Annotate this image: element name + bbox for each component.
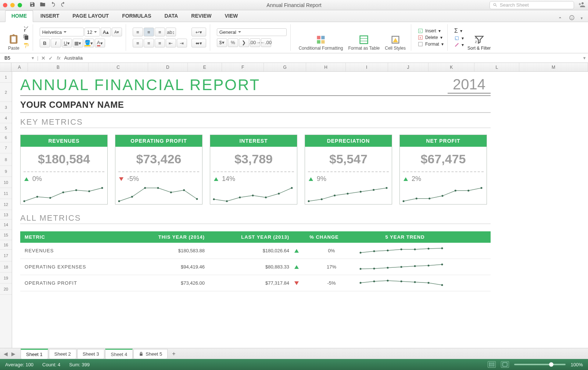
- percent-icon[interactable]: %: [228, 38, 238, 47]
- currency-icon[interactable]: $▾: [217, 38, 227, 47]
- row-header[interactable]: 5: [0, 123, 12, 133]
- row-header[interactable]: 10: [0, 177, 12, 188]
- align-left-icon[interactable]: ≡: [133, 39, 143, 47]
- decrease-decimal-icon[interactable]: ←.00: [261, 38, 271, 47]
- row-header[interactable]: 6: [0, 133, 12, 142]
- tab-view[interactable]: VIEW: [219, 11, 244, 22]
- row-header[interactable]: 17: [0, 250, 12, 262]
- row-header[interactable]: 15: [0, 230, 12, 240]
- row-header[interactable]: 20: [0, 284, 12, 295]
- column-header[interactable]: A: [11, 63, 28, 71]
- fill-color-button[interactable]: 🪣▾: [84, 39, 94, 47]
- column-header[interactable]: H: [306, 63, 346, 71]
- number-format-dropdown[interactable]: General: [217, 28, 287, 36]
- row-header[interactable]: 8: [0, 153, 12, 166]
- sheet-tab[interactable]: Sheet 3: [77, 349, 105, 359]
- share-icon[interactable]: [578, 1, 585, 9]
- sort-filter-button[interactable]: AZ Sort & Filter: [466, 24, 492, 51]
- select-all-corner[interactable]: [0, 63, 11, 71]
- decrease-font-icon[interactable]: A▾: [112, 28, 122, 36]
- column-header[interactable]: L: [474, 63, 519, 71]
- align-center-icon[interactable]: ≡: [144, 39, 154, 47]
- prev-sheet-button[interactable]: ◀: [2, 350, 9, 357]
- cell-styles-button[interactable]: Cell Styles: [383, 24, 407, 51]
- row-header[interactable]: 1: [0, 72, 12, 83]
- window-fullscreen-button[interactable]: [18, 3, 22, 7]
- row-header[interactable]: 11: [0, 188, 12, 199]
- italic-button[interactable]: I: [51, 39, 61, 47]
- increase-font-icon[interactable]: A▴: [101, 28, 111, 36]
- border-button[interactable]: ▦▾: [73, 39, 83, 47]
- format-cells-button[interactable]: Format ▾: [418, 42, 444, 47]
- align-top-icon[interactable]: ≡: [133, 28, 143, 36]
- row-header[interactable]: 3: [0, 102, 12, 113]
- merge-cells-icon[interactable]: ⬌▾: [191, 39, 206, 47]
- tab-data[interactable]: DATA: [158, 11, 184, 22]
- clear-button[interactable]: ▾: [454, 42, 464, 47]
- increase-indent-icon[interactable]: ⇥: [177, 39, 187, 47]
- sheet-tab[interactable]: Sheet 1: [21, 349, 48, 359]
- underline-button[interactable]: U▾: [62, 39, 72, 47]
- format-painter-icon[interactable]: [23, 43, 29, 50]
- orientation-icon[interactable]: ab↕: [166, 28, 176, 36]
- font-color-button[interactable]: A▾: [95, 39, 105, 47]
- open-icon[interactable]: [40, 1, 46, 8]
- conditional-formatting-button[interactable]: Conditional Formatting: [297, 24, 345, 51]
- save-icon[interactable]: [29, 1, 35, 8]
- row-header[interactable]: 12: [0, 199, 12, 210]
- undo-icon[interactable]: [50, 1, 56, 8]
- paste-button[interactable]: Paste: [7, 24, 21, 51]
- font-family-dropdown[interactable]: Helvetica: [40, 28, 84, 36]
- row-header[interactable]: 4: [0, 113, 12, 123]
- copy-icon[interactable]: [23, 34, 29, 41]
- sheet-tab[interactable]: Sheet 2: [49, 349, 76, 359]
- insert-cells-button[interactable]: +Insert ▾: [418, 28, 444, 33]
- search-sheet-input[interactable]: Search Sheet: [490, 1, 574, 9]
- align-right-icon[interactable]: ≡: [155, 39, 165, 47]
- enter-formula-icon[interactable]: ✓: [49, 55, 53, 61]
- align-middle-icon[interactable]: ≡: [144, 28, 154, 36]
- window-close-button[interactable]: [3, 3, 7, 7]
- expand-formula-icon[interactable]: ▾: [583, 55, 586, 61]
- column-header[interactable]: J: [388, 63, 429, 71]
- decrease-indent-icon[interactable]: ⇤: [166, 39, 176, 47]
- redo-icon[interactable]: [60, 1, 66, 8]
- column-header[interactable]: I: [346, 63, 388, 71]
- bold-button[interactable]: B: [40, 39, 50, 47]
- formula-input[interactable]: [64, 55, 581, 61]
- row-header[interactable]: 18: [0, 262, 12, 273]
- fx-icon[interactable]: fx: [57, 55, 60, 61]
- zoom-slider[interactable]: [514, 364, 566, 365]
- tab-formulas[interactable]: FORMULAS: [116, 11, 157, 22]
- normal-view-button[interactable]: [488, 361, 496, 368]
- row-header[interactable]: 2: [0, 83, 12, 102]
- cut-icon[interactable]: [23, 26, 29, 33]
- wrap-text-icon[interactable]: ↩▾: [191, 28, 206, 36]
- column-header[interactable]: D: [148, 63, 188, 71]
- column-header[interactable]: F: [222, 63, 264, 71]
- row-header[interactable]: 14: [0, 220, 12, 230]
- sheet-tab[interactable]: Sheet 5: [133, 349, 168, 359]
- delete-cells-button[interactable]: xDelete ▾: [418, 35, 444, 40]
- next-sheet-button[interactable]: ▶: [10, 350, 17, 357]
- cancel-formula-icon[interactable]: ✕: [41, 55, 46, 61]
- tab-home[interactable]: HOME: [5, 10, 33, 22]
- row-header[interactable]: 7: [0, 142, 12, 153]
- autosum-button[interactable]: Σ ▾: [454, 28, 464, 34]
- tab-page-layout[interactable]: PAGE LAYOUT: [67, 11, 115, 22]
- column-header[interactable]: B: [28, 63, 89, 71]
- name-box[interactable]: [2, 54, 32, 61]
- fill-button[interactable]: ▾: [454, 36, 464, 41]
- page-layout-view-button[interactable]: [501, 361, 509, 368]
- collapse-ribbon-icon[interactable]: [557, 15, 563, 22]
- tab-review[interactable]: REVIEW: [185, 11, 217, 22]
- emoji-icon[interactable]: [569, 15, 575, 22]
- column-header[interactable]: C: [89, 63, 148, 71]
- chevron-down-icon[interactable]: ▾: [581, 16, 583, 21]
- font-size-dropdown[interactable]: 12: [85, 28, 100, 36]
- increase-decimal-icon[interactable]: .00→: [250, 38, 260, 47]
- align-bottom-icon[interactable]: ≡: [155, 28, 165, 36]
- column-header[interactable]: K: [429, 63, 474, 71]
- add-sheet-button[interactable]: +: [168, 349, 179, 359]
- window-minimize-button[interactable]: [10, 3, 15, 7]
